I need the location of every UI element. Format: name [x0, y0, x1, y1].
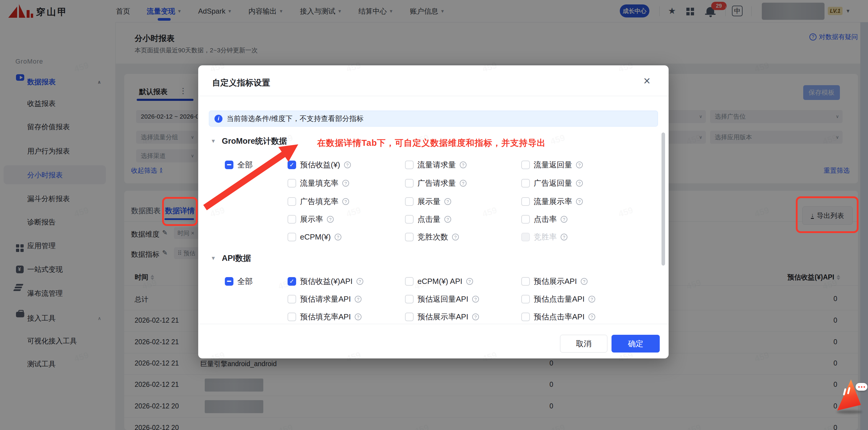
help-icon[interactable]: ?: [576, 198, 583, 205]
checkbox-unchecked[interactable]: [405, 197, 413, 206]
metric-option[interactable]: 展示率?: [287, 215, 334, 224]
checkbox-unchecked[interactable]: [287, 197, 296, 206]
checkbox-unchecked[interactable]: [405, 161, 413, 169]
modal-close-icon[interactable]: ×: [644, 75, 650, 87]
checkbox-unchecked[interactable]: [405, 312, 413, 321]
help-icon[interactable]: ?: [460, 162, 467, 168]
help-icon[interactable]: ?: [327, 216, 334, 223]
metric-option[interactable]: 预估点击率API?: [521, 312, 595, 321]
help-icon[interactable]: ?: [452, 234, 459, 240]
metric-option[interactable]: 竞胜次数?: [405, 232, 459, 241]
checkbox-unchecked[interactable]: [521, 233, 530, 241]
metric-option[interactable]: 预估展示API?: [521, 277, 588, 286]
help-icon[interactable]: ?: [576, 162, 583, 168]
help-icon[interactable]: ?: [581, 278, 588, 285]
checkbox-unchecked[interactable]: [287, 179, 296, 188]
help-icon[interactable]: ?: [576, 180, 583, 187]
checkbox-unchecked[interactable]: [287, 215, 296, 224]
help-icon[interactable]: ?: [472, 296, 479, 302]
section-collapse-icon[interactable]: ▼: [211, 255, 216, 261]
metric-option[interactable]: ✓预估收益(¥)?: [287, 160, 351, 169]
modal-footer-divider: [198, 324, 669, 324]
help-icon[interactable]: ?: [466, 278, 473, 285]
checkbox-unchecked[interactable]: [405, 295, 413, 303]
metric-option[interactable]: 广告填充率?: [287, 197, 349, 206]
metric-option-label: eCPM(¥): [300, 232, 331, 242]
help-icon[interactable]: ?: [588, 313, 595, 320]
confirm-button[interactable]: 确定: [612, 335, 660, 353]
metric-option[interactable]: 预估请求量API?: [287, 295, 362, 303]
metric-option[interactable]: 点击率?: [521, 215, 567, 224]
checkbox-unchecked[interactable]: [405, 277, 413, 286]
metric-option-label: 展示量: [417, 196, 440, 207]
checkbox-unchecked[interactable]: [521, 277, 530, 286]
help-icon[interactable]: ?: [472, 313, 479, 320]
metric-option[interactable]: eCPM(¥)?: [287, 232, 341, 241]
metric-option[interactable]: eCPM(¥) API?: [405, 277, 473, 286]
metric-option[interactable]: 预估展示率API?: [405, 312, 479, 321]
help-icon[interactable]: ?: [335, 234, 341, 240]
checkbox-checked[interactable]: ✓: [287, 277, 296, 286]
checkbox-unchecked[interactable]: [405, 233, 413, 241]
indeterminate-checkbox[interactable]: [225, 161, 234, 169]
metric-option-label: 流量请求量: [417, 160, 456, 170]
help-icon[interactable]: ?: [588, 296, 595, 302]
helper-mascot-widget[interactable]: [834, 377, 868, 414]
metric-option[interactable]: 广告返回量?: [521, 178, 583, 188]
checkbox-unchecked[interactable]: [287, 312, 296, 321]
checkbox-unchecked[interactable]: [521, 295, 530, 303]
custom-metric-modal: 自定义指标设置 × i 当前筛选条件/维度下，不支持查看部分指标 ▼GroMor…: [198, 65, 669, 358]
checkbox-unchecked[interactable]: [521, 215, 530, 224]
checkbox-unchecked[interactable]: [521, 312, 530, 321]
metric-option[interactable]: 预估返回量API?: [405, 295, 479, 303]
help-icon[interactable]: ?: [355, 296, 362, 302]
checkbox-checked[interactable]: ✓: [287, 161, 296, 169]
metric-option[interactable]: 流量展示率?: [521, 197, 583, 206]
checkbox-unchecked[interactable]: [405, 215, 413, 224]
metric-option[interactable]: 广告请求量?: [405, 178, 467, 188]
checkbox-unchecked[interactable]: [521, 161, 530, 169]
metric-option[interactable]: 流量请求量?: [405, 160, 467, 169]
metric-option[interactable]: 竞胜率?: [521, 232, 567, 241]
checkbox-unchecked[interactable]: [287, 233, 296, 241]
help-icon[interactable]: ?: [342, 198, 349, 205]
help-icon[interactable]: ?: [444, 198, 451, 205]
help-icon[interactable]: ?: [460, 180, 467, 187]
metric-option[interactable]: 预估填充率API?: [287, 312, 362, 321]
metric-option[interactable]: 流量返回量?: [521, 160, 583, 169]
modal-section-header[interactable]: ▼API数据: [211, 253, 251, 264]
metric-option-label: 展示率: [300, 214, 323, 225]
help-icon[interactable]: ?: [561, 216, 567, 223]
cancel-button[interactable]: 取消: [560, 335, 607, 353]
help-icon[interactable]: ?: [355, 313, 362, 320]
select-all-checkbox-row[interactable]: 全部: [225, 277, 253, 286]
metric-option[interactable]: ✓预估收益(¥)API?: [287, 277, 363, 286]
modal-info-alert: i 当前筛选条件/维度下，不支持查看部分指标: [209, 110, 658, 127]
help-icon[interactable]: ?: [356, 278, 363, 285]
help-icon[interactable]: ?: [344, 162, 351, 168]
indeterminate-checkbox[interactable]: [225, 277, 234, 286]
checkbox-unchecked[interactable]: [405, 179, 413, 188]
metric-option-label: 预估点击量API: [534, 294, 585, 304]
info-icon: i: [215, 115, 222, 123]
select-all-label: 全部: [237, 276, 253, 287]
checkbox-unchecked[interactable]: [521, 179, 530, 188]
select-all-label: 全部: [237, 160, 253, 170]
section-name: API数据: [222, 253, 251, 264]
help-icon[interactable]: ?: [561, 234, 567, 240]
metric-option[interactable]: 点击量?: [405, 215, 451, 224]
help-icon[interactable]: ?: [444, 216, 451, 223]
metric-option-label: 预估填充率API: [300, 312, 351, 322]
metric-option[interactable]: 预估点击量API?: [521, 295, 595, 303]
modal-title: 自定义指标设置: [212, 77, 270, 89]
metric-option-label: eCPM(¥) API: [417, 277, 462, 286]
metric-option[interactable]: 展示量?: [405, 197, 451, 206]
select-all-checkbox-row[interactable]: 全部: [225, 160, 253, 169]
modal-scrollbar-thumb[interactable]: [661, 132, 665, 266]
checkbox-unchecked[interactable]: [521, 197, 530, 206]
modal-section-header[interactable]: ▼GroMore统计数据: [211, 136, 287, 146]
checkbox-unchecked[interactable]: [287, 295, 296, 303]
help-icon[interactable]: ?: [342, 180, 349, 187]
section-collapse-icon[interactable]: ▼: [211, 138, 216, 144]
metric-option[interactable]: 流量填充率?: [287, 178, 349, 188]
